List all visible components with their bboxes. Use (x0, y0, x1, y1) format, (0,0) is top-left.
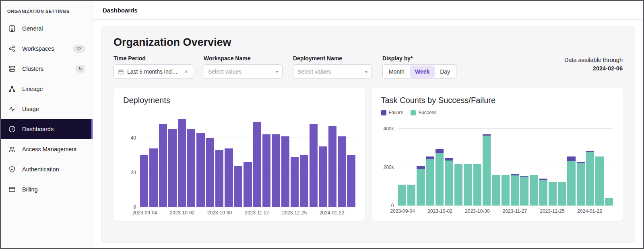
bar-segment-success (454, 164, 462, 206)
bar[interactable] (483, 121, 491, 206)
workspace-name-placeholder: Select values (208, 68, 242, 75)
bar[interactable] (328, 115, 336, 207)
clear-icon[interactable]: ✕ (184, 69, 189, 75)
x-tick-label: 2023-11-27 (245, 210, 269, 216)
sidebar-item-label: Clusters (22, 66, 43, 72)
bar[interactable] (426, 121, 434, 206)
display-by-filter: Display by* Month Week Day (382, 55, 456, 79)
bar[interactable] (291, 115, 299, 207)
bar-segment (310, 124, 318, 207)
bar[interactable] (225, 115, 233, 207)
display-by-segmented-control: Month Week Day (382, 64, 456, 79)
bar-segment-success (567, 161, 575, 206)
bar[interactable] (586, 121, 594, 206)
sidebar-item-usage[interactable]: Usage (1, 99, 93, 119)
bar[interactable] (595, 121, 603, 206)
bar[interactable] (436, 121, 444, 206)
bar[interactable] (196, 115, 204, 207)
bar[interactable] (168, 115, 176, 207)
bar[interactable] (272, 115, 280, 207)
bar[interactable] (253, 115, 261, 207)
credit-card-icon (8, 185, 16, 193)
y-tick-label: 40 (131, 135, 136, 141)
sidebar-item-label: Authentication (22, 166, 59, 173)
bar[interactable] (338, 115, 346, 207)
topbar: Dashboards (93, 1, 643, 20)
y-tick-label: 0 (391, 203, 394, 208)
bar[interactable] (577, 121, 585, 206)
bar[interactable] (558, 121, 566, 206)
bar[interactable] (567, 121, 575, 206)
bar-segment-success (398, 185, 406, 206)
sidebar-item-clusters[interactable]: Clusters 5 (1, 59, 93, 79)
bar[interactable] (520, 121, 528, 206)
bar[interactable] (281, 115, 289, 207)
display-by-week-button[interactable]: Week (410, 66, 435, 78)
sidebar-item-dashboards[interactable]: Dashboards (1, 119, 93, 139)
x-tick-label: 2023-09-04 (390, 208, 415, 214)
bar[interactable] (149, 115, 157, 207)
overview-title: Organization Overview (114, 36, 623, 49)
bar[interactable] (234, 115, 242, 207)
bar[interactable] (407, 121, 415, 206)
x-tick-label: 2023-10-30 (207, 210, 232, 216)
bar[interactable] (473, 121, 481, 206)
sidebar-item-access-management[interactable]: Access Management (1, 139, 93, 159)
bar[interactable] (310, 115, 318, 207)
time-period-input[interactable]: Last 6 months incl... ✕ (114, 64, 193, 79)
bar-segment (328, 126, 336, 207)
bar[interactable] (539, 121, 547, 206)
chevron-down-icon: ▾ (365, 69, 367, 74)
bar[interactable] (140, 115, 148, 207)
bar[interactable] (417, 121, 425, 206)
display-by-month-button[interactable]: Month (384, 66, 410, 78)
bar[interactable] (398, 121, 406, 206)
bar-segment (272, 134, 280, 207)
deployment-name-select[interactable]: Select values ▾ (293, 64, 372, 79)
data-available-date: 2024-02-06 (564, 64, 623, 73)
bar-segment-success (595, 156, 603, 206)
bar[interactable] (454, 121, 462, 206)
bar[interactable] (187, 115, 195, 207)
bar[interactable] (215, 115, 223, 207)
bars-group (140, 115, 355, 207)
bar[interactable] (206, 115, 214, 207)
bar[interactable] (159, 115, 167, 207)
chart-legend: Failure Success (381, 110, 613, 115)
bar[interactable] (464, 121, 472, 206)
sidebar-item-general[interactable]: General (1, 19, 93, 39)
bar[interactable] (300, 115, 308, 207)
bar[interactable] (492, 121, 500, 206)
sidebar-item-workspaces[interactable]: Workspaces 12 (1, 39, 93, 59)
bar[interactable] (502, 121, 510, 206)
bar-segment-failure (426, 156, 434, 159)
bar[interactable] (244, 115, 252, 207)
sidebar-item-authentication[interactable]: Authentication (1, 159, 93, 179)
sidebar-item-label: General (22, 25, 43, 32)
workspace-name-label: Workspace Name (204, 55, 283, 62)
display-by-day-button[interactable]: Day (435, 66, 455, 78)
dashboard-gauge-icon (8, 125, 16, 133)
bar[interactable] (178, 115, 186, 207)
bar[interactable] (319, 115, 327, 207)
main-area: Dashboards Organization Overview Time Pe… (93, 1, 643, 248)
chevron-down-icon: ▾ (276, 69, 278, 74)
bar[interactable] (530, 121, 538, 206)
bar[interactable] (262, 115, 270, 207)
bar-segment-success (549, 182, 557, 206)
bar[interactable] (347, 115, 355, 207)
sidebar-item-lineage[interactable]: Lineage (1, 79, 93, 99)
sidebar-item-billing[interactable]: Billing (1, 179, 93, 200)
bar-segment (196, 133, 204, 207)
bar-segment (159, 124, 167, 207)
bar[interactable] (549, 121, 557, 206)
bar[interactable] (605, 121, 613, 206)
bar[interactable] (445, 121, 453, 206)
workspace-name-select[interactable]: Select values ▾ (204, 64, 283, 79)
x-axis: 2023-09-042023-10-022023-10-302023-11-27… (140, 207, 355, 216)
charts-row: Deployments 02040 2023-09-042023-10-0220… (114, 88, 623, 221)
workspace-name-filter: Workspace Name Select values ▾ (204, 55, 283, 79)
bar[interactable] (511, 121, 519, 206)
legend-item-success: Success (411, 110, 436, 115)
clusters-count-badge: 5 (75, 65, 85, 73)
